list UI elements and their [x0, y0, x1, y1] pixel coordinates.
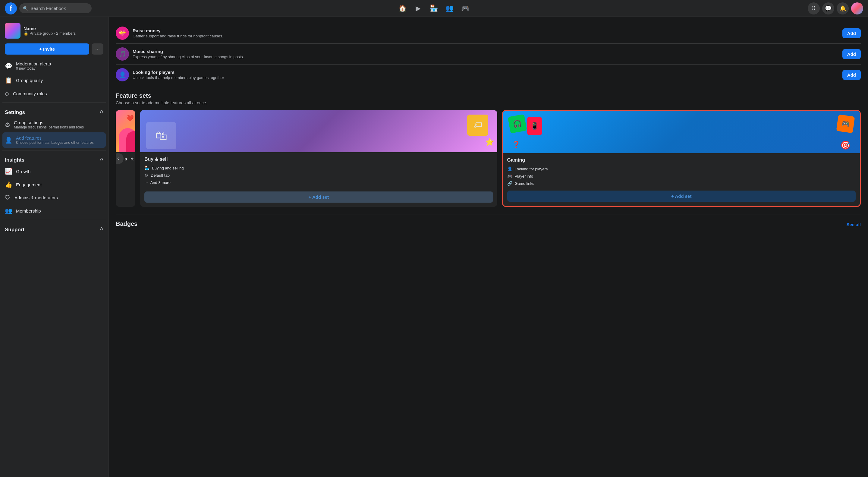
buy-sell-body: Buy & sell 🏪 Buying and selling ⚙ Defaul… [140, 152, 497, 207]
group-avatar [5, 23, 21, 38]
sidebar-item-membership[interactable]: 👥 Membership [2, 204, 106, 217]
buy-sell-feature-3: ··· And 3 more [144, 179, 493, 186]
add-features-text: Add features Choose post formats, badges… [16, 136, 94, 145]
group-meta: 🔒 Private group · 2 members [24, 31, 76, 36]
feature-sets-section: Feature sets Choose a set to add multipl… [116, 92, 861, 207]
set-image-social-partial: ❤️ [116, 110, 135, 152]
gaming-body: Gaming 👤 Looking for players 🎮 Player in… [503, 153, 860, 206]
nav-left: f 🔍 [5, 2, 291, 14]
looking-for-players-add-btn[interactable]: Add [842, 70, 861, 80]
notifications-btn[interactable]: 🔔 [837, 2, 849, 14]
gaming-add-set-btn[interactable]: + Add set [507, 190, 856, 202]
looking-for-players-icon: 👤 [116, 68, 129, 81]
buy-sell-title: Buy & sell [144, 156, 493, 162]
buy-sell-feature-1: 🏪 Buying and selling [144, 164, 493, 172]
sidebar-item-admins[interactable]: 🛡 Admins & moderators [2, 191, 106, 204]
main-content: 💝 Raise money Gather support and raise f… [108, 17, 868, 477]
feature-music-sharing: 🎵 Music sharing Express yourself by shar… [116, 44, 861, 64]
search-icon: 🔍 [23, 6, 28, 11]
divider-2 [2, 150, 106, 150]
facebook-logo[interactable]: f [5, 2, 17, 14]
music-sharing-icon: 🎵 [116, 47, 129, 61]
video-nav-btn[interactable]: ▶ [411, 3, 426, 14]
nav-center: 🏠 ▶ 🏪 👥 🎮 [291, 3, 577, 14]
buy-sell-feat-icon-2: ⚙ [144, 173, 148, 178]
quality-icon: 📋 [5, 77, 12, 84]
gaming-features: 👤 Looking for players 🎮 Player info 🔗 G [507, 165, 856, 187]
group-info: Name 🔒 Private group · 2 members [24, 26, 76, 36]
gaming-feat-icon-2: 🎮 [507, 174, 513, 179]
sidebar-item-engagement[interactable]: 👍 Engagement [2, 178, 106, 191]
moderation-icon: 💬 [5, 62, 12, 70]
invite-button[interactable]: + Invite [5, 43, 89, 55]
sidebar-item-quality[interactable]: 📋 Group quality [2, 73, 106, 87]
sidebar-item-community-roles[interactable]: ◇ Community roles [2, 87, 106, 100]
badges-see-all[interactable]: See all [846, 222, 861, 227]
user-avatar[interactable] [851, 2, 863, 14]
raise-money-icon: 💝 [116, 27, 129, 40]
buy-sell-feat-icon-3: ··· [144, 180, 148, 185]
sidebar-item-group-settings[interactable]: ⚙ Group settings Manage discussions, per… [2, 117, 106, 132]
gaming-feature-2: 🎮 Player info [507, 173, 856, 180]
marketplace-nav-btn[interactable]: 🏪 [427, 3, 441, 14]
top-navigation: f 🔍 🏠 ▶ 🏪 👥 🎮 ⠿ 💬 🔔 [0, 0, 868, 17]
home-nav-btn[interactable]: 🏠 [396, 3, 410, 14]
gaming-nav-btn[interactable]: 🎮 [458, 3, 472, 14]
divider-3 [2, 220, 106, 220]
features-list: 💝 Raise money Gather support and raise f… [116, 23, 861, 85]
search-input[interactable] [30, 6, 88, 11]
support-section: Support ^ [2, 222, 106, 234]
page-layout: Name 🔒 Private group · 2 members + Invit… [0, 17, 868, 477]
raise-money-add-btn[interactable]: Add [842, 28, 861, 38]
insights-section: Insights ^ [2, 153, 106, 165]
group-name: Name [24, 26, 76, 31]
messenger-btn[interactable]: 💬 [822, 2, 834, 14]
set-card-buy-sell: 🛍 🏷 ⭐ Buy & sell 🏪 Buying and selling [140, 110, 497, 207]
raise-money-info: Raise money Gather support and raise fun… [133, 28, 223, 38]
music-sharing-info: Music sharing Express yourself by sharin… [133, 49, 244, 59]
set-card-gaming: 🎧 📱 🎮 🎯 ❓ [502, 110, 861, 207]
sidebar: Name 🔒 Private group · 2 members + Invit… [0, 17, 108, 477]
growth-icon: 📈 [5, 168, 12, 175]
feature-raise-money: 💝 Raise money Gather support and raise f… [116, 23, 861, 44]
community-roles-icon: ◇ [5, 90, 9, 97]
groups-nav-btn[interactable]: 👥 [442, 3, 457, 14]
music-sharing-add-btn[interactable]: Add [842, 49, 861, 59]
search-bar[interactable]: 🔍 [19, 3, 92, 13]
feature-sets-title: Feature sets [116, 92, 861, 99]
buy-sell-add-set-btn[interactable]: + Add set [144, 191, 493, 203]
settings-icon: ⚙ [5, 121, 10, 128]
badges-section: Badges See all [116, 214, 861, 229]
support-toggle[interactable]: ^ [100, 226, 103, 233]
gaming-feat-icon-1: 👤 [507, 167, 513, 171]
gaming-feature-1: 👤 Looking for players [507, 165, 856, 173]
sidebar-item-moderation[interactable]: 💬 Moderation alerts 0 new today [2, 58, 106, 73]
engagement-icon: 👍 [5, 181, 12, 188]
sidebar-item-growth[interactable]: 📈 Growth [2, 165, 106, 178]
admins-icon: 🛡 [5, 194, 11, 201]
group-header: Name 🔒 Private group · 2 members [2, 21, 106, 41]
buy-sell-feature-2: ⚙ Default tab [144, 172, 493, 179]
buy-sell-features: 🏪 Buying and selling ⚙ Default tab ··· A… [144, 164, 493, 188]
looking-for-players-info: Looking for players Unlock tools that he… [133, 70, 224, 80]
group-settings-text: Group settings Manage discussions, permi… [14, 120, 84, 129]
gaming-title: Gaming [507, 157, 856, 163]
settings-toggle[interactable]: ^ [100, 109, 103, 116]
sidebar-item-add-features[interactable]: 👤 Add features Choose post formats, badg… [2, 132, 106, 148]
badges-title: Badges [116, 220, 137, 227]
more-options-button[interactable]: ··· [92, 43, 103, 55]
badges-header: Badges See all [116, 220, 861, 229]
insights-toggle[interactable]: ^ [100, 156, 103, 163]
gaming-feature-3: 🔗 Game links [507, 180, 856, 187]
settings-section: Settings ^ [2, 105, 106, 117]
nav-right: ⠿ 💬 🔔 [577, 2, 863, 14]
feature-looking-for-players: 👤 Looking for players Unlock tools that … [116, 64, 861, 85]
membership-icon: 👥 [5, 207, 12, 214]
grid-menu-btn[interactable]: ⠿ [808, 2, 820, 14]
buy-sell-feat-icon-1: 🏪 [144, 166, 150, 170]
set-image-buy-sell: 🛍 🏷 ⭐ [140, 110, 497, 152]
gaming-feat-icon-3: 🔗 [507, 181, 513, 186]
set-image-gaming: 🎧 📱 🎮 🎯 ❓ [503, 111, 860, 153]
add-features-icon: 👤 [5, 137, 12, 144]
moderation-text: Moderation alerts 0 new today [16, 61, 51, 70]
